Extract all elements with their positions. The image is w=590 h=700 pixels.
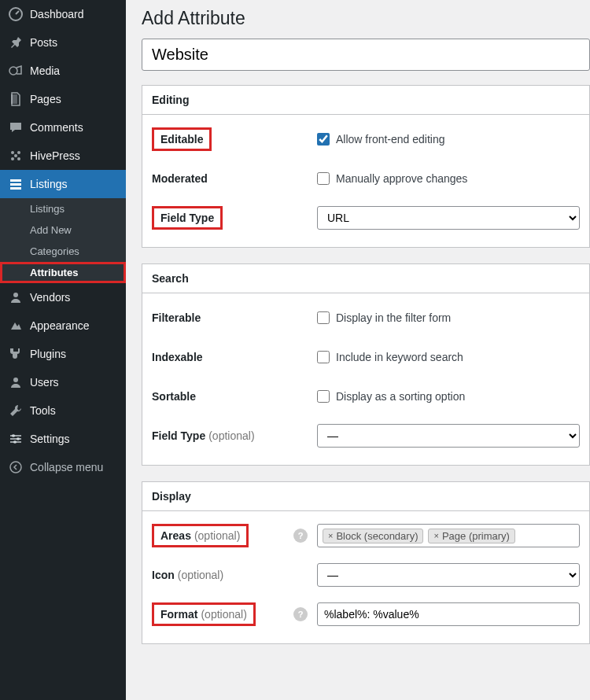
appearance-icon bbox=[8, 318, 24, 333]
edit-fieldtype-select[interactable]: URL bbox=[317, 206, 580, 230]
main-content: Add Attribute Editing Editable Allow fro… bbox=[126, 0, 590, 700]
filterable-check-label[interactable]: Display in the filter form bbox=[336, 311, 451, 324]
menu-label: Vendors bbox=[30, 291, 70, 304]
editing-header: Editing bbox=[142, 86, 589, 115]
help-icon[interactable]: ? bbox=[293, 529, 308, 543]
submenu-attributes[interactable]: Attributes bbox=[0, 262, 126, 283]
svg-point-7 bbox=[14, 154, 17, 157]
svg-point-16 bbox=[12, 434, 15, 437]
menu-appearance[interactable]: Appearance bbox=[0, 311, 126, 340]
svg-point-19 bbox=[10, 462, 21, 473]
editable-label: Editable bbox=[152, 127, 317, 151]
menu-listings[interactable]: Listings bbox=[0, 170, 126, 198]
editing-box: Editing Editable Allow front-end editing… bbox=[142, 85, 590, 248]
attribute-name-input[interactable] bbox=[142, 39, 590, 71]
svg-point-12 bbox=[13, 378, 18, 382]
comment-icon bbox=[8, 120, 24, 135]
indexable-label: Indexable bbox=[152, 351, 317, 363]
submenu-listings: Listings Add New Categories Attributes bbox=[0, 198, 126, 283]
help-icon[interactable]: ? bbox=[293, 607, 308, 621]
dashboard-icon bbox=[8, 6, 24, 22]
collapse-icon bbox=[8, 459, 24, 475]
areas-tags-input[interactable]: ×Block (secondary) ×Page (primary) bbox=[317, 524, 580, 547]
menu-settings[interactable]: Settings bbox=[0, 425, 126, 453]
menu-plugins[interactable]: Plugins bbox=[0, 340, 126, 368]
menu-collapse[interactable]: Collapse menu bbox=[0, 453, 126, 481]
display-header: Display bbox=[142, 482, 589, 511]
editable-check-label[interactable]: Allow front-end editing bbox=[336, 133, 445, 146]
menu-label: Tools bbox=[30, 404, 56, 417]
user-icon bbox=[8, 374, 24, 390]
menu-label: Comments bbox=[30, 121, 83, 134]
menu-dashboard[interactable]: Dashboard bbox=[0, 0, 126, 28]
menu-label: Posts bbox=[30, 36, 57, 49]
indexable-check-label[interactable]: Include in keyword search bbox=[336, 351, 463, 363]
menu-users[interactable]: Users bbox=[0, 368, 126, 396]
submenu-listings-all[interactable]: Listings bbox=[0, 198, 126, 219]
moderated-label: Moderated bbox=[152, 172, 317, 185]
menu-vendors[interactable]: Vendors bbox=[0, 283, 126, 311]
submenu-categories[interactable]: Categories bbox=[0, 241, 126, 262]
vendor-icon bbox=[8, 289, 24, 305]
menu-label: Listings bbox=[30, 178, 67, 190]
page-icon bbox=[8, 91, 24, 107]
svg-point-6 bbox=[17, 157, 20, 160]
filterable-checkbox[interactable] bbox=[317, 311, 330, 324]
menu-label: Plugins bbox=[30, 348, 66, 360]
page-title: Add Attribute bbox=[142, 8, 590, 29]
svg-point-3 bbox=[11, 151, 14, 154]
svg-point-4 bbox=[17, 151, 20, 154]
svg-point-11 bbox=[13, 293, 18, 297]
edit-fieldtype-label: Field Type bbox=[152, 206, 317, 230]
search-fieldtype-select[interactable]: — bbox=[317, 424, 580, 448]
filterable-label: Filterable bbox=[152, 311, 317, 324]
search-header: Search bbox=[142, 264, 589, 293]
sortable-label: Sortable bbox=[152, 390, 317, 403]
format-input[interactable] bbox=[317, 602, 580, 626]
moderated-checkbox[interactable] bbox=[317, 172, 330, 185]
list-icon bbox=[8, 176, 24, 192]
menu-tools[interactable]: Tools bbox=[0, 396, 126, 425]
menu-comments[interactable]: Comments bbox=[0, 113, 126, 142]
menu-label: Media bbox=[30, 64, 60, 77]
search-box: Search Filterable Display in the filter … bbox=[142, 263, 590, 466]
svg-point-18 bbox=[13, 440, 17, 444]
submenu-addnew[interactable]: Add New bbox=[0, 219, 126, 241]
menu-label: Collapse menu bbox=[30, 461, 103, 473]
svg-point-1 bbox=[9, 67, 17, 75]
indexable-checkbox[interactable] bbox=[317, 351, 330, 363]
close-icon[interactable]: × bbox=[328, 531, 333, 540]
menu-media[interactable]: Media bbox=[0, 57, 126, 85]
close-icon[interactable]: × bbox=[433, 531, 438, 540]
menu-posts[interactable]: Posts bbox=[0, 28, 126, 57]
areas-label: Areas(optional) ? bbox=[152, 524, 317, 547]
area-tag[interactable]: ×Page (primary) bbox=[428, 529, 514, 543]
menu-hivepress[interactable]: HivePress bbox=[0, 142, 126, 170]
display-box: Display Areas(optional) ? ×Block (second… bbox=[142, 481, 590, 644]
menu-label: Appearance bbox=[30, 319, 90, 332]
admin-sidebar: Dashboard Posts Media Pages Comments Hiv… bbox=[0, 0, 126, 700]
svg-rect-9 bbox=[10, 183, 21, 186]
sortable-check-label[interactable]: Display as a sorting option bbox=[336, 390, 465, 403]
menu-label: HivePress bbox=[30, 149, 80, 162]
search-fieldtype-label: Field Type(optional) bbox=[152, 429, 317, 442]
settings-icon bbox=[8, 431, 24, 447]
menu-label: Dashboard bbox=[30, 8, 84, 20]
pin-icon bbox=[8, 35, 24, 50]
moderated-check-label[interactable]: Manually approve changes bbox=[336, 172, 467, 185]
menu-label: Settings bbox=[30, 433, 70, 445]
tool-icon bbox=[8, 403, 24, 418]
sortable-checkbox[interactable] bbox=[317, 390, 330, 403]
svg-rect-8 bbox=[10, 179, 21, 182]
hivepress-icon bbox=[8, 148, 24, 164]
editable-checkbox[interactable] bbox=[317, 133, 330, 146]
menu-label: Pages bbox=[30, 93, 61, 105]
menu-pages[interactable]: Pages bbox=[0, 85, 126, 113]
svg-rect-2 bbox=[11, 94, 17, 104]
icon-select[interactable]: — bbox=[317, 563, 580, 587]
icon-label: Icon(optional) bbox=[152, 569, 317, 581]
svg-rect-10 bbox=[10, 187, 21, 190]
svg-point-17 bbox=[17, 437, 20, 440]
area-tag[interactable]: ×Block (secondary) bbox=[323, 529, 423, 543]
media-icon bbox=[8, 63, 24, 79]
